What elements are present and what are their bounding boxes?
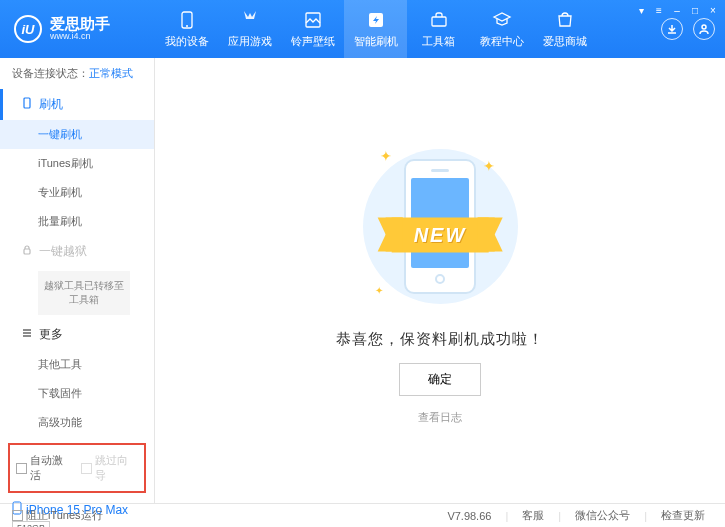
nav-toolbox[interactable]: 工具箱: [407, 0, 470, 58]
view-log-link[interactable]: 查看日志: [418, 410, 462, 425]
tutorial-icon: [491, 9, 513, 31]
store-icon: [554, 9, 576, 31]
sidebar-item-pro-flash[interactable]: 专业刷机: [0, 178, 154, 207]
sidebar-section-more[interactable]: 更多: [0, 319, 154, 350]
settings-icon[interactable]: ≡: [653, 4, 665, 16]
svg-rect-6: [24, 98, 30, 108]
minimize-icon[interactable]: –: [671, 4, 683, 16]
lock-icon: [21, 244, 33, 259]
toolbox-icon: [428, 9, 450, 31]
connection-status: 设备连接状态：正常模式: [0, 58, 154, 89]
status-link-update[interactable]: 检查更新: [653, 508, 713, 523]
new-badge: NEW: [392, 218, 489, 253]
nav-apps-games[interactable]: 应用游戏: [218, 0, 281, 58]
sidebar-item-oneclick-flash[interactable]: 一键刷机: [0, 120, 154, 149]
svg-point-5: [702, 25, 706, 29]
success-illustration: ✦ ✦ ✦ NEW: [350, 136, 530, 316]
sidebar-item-other-tools[interactable]: 其他工具: [0, 350, 154, 379]
nav-tutorials[interactable]: 教程中心: [470, 0, 533, 58]
app-name: 爱思助手: [50, 16, 110, 33]
checkbox-auto-activate[interactable]: 自动激活: [16, 453, 73, 483]
svg-rect-4: [432, 17, 446, 26]
nav-ringtone-wallpaper[interactable]: 铃声壁纸: [281, 0, 344, 58]
sidebar-item-advanced[interactable]: 高级功能: [0, 408, 154, 437]
wallpaper-icon: [302, 9, 324, 31]
menu-icon[interactable]: ▾: [635, 4, 647, 16]
user-button[interactable]: [693, 18, 715, 40]
nav-smart-flash[interactable]: 智能刷机: [344, 0, 407, 58]
apps-icon: [239, 9, 261, 31]
more-icon: [21, 327, 33, 342]
flash-icon: [365, 9, 387, 31]
status-link-wechat[interactable]: 微信公众号: [567, 508, 638, 523]
sidebar-item-batch-flash[interactable]: 批量刷机: [0, 207, 154, 236]
flash-section-icon: [21, 97, 33, 112]
svg-rect-7: [24, 249, 30, 254]
app-logo: iU 爱思助手 www.i4.cn: [0, 15, 155, 43]
sidebar-item-download-firmware[interactable]: 下载固件: [0, 379, 154, 408]
download-button[interactable]: [661, 18, 683, 40]
maximize-icon[interactable]: □: [689, 4, 701, 16]
phone-icon: [176, 9, 198, 31]
nav-store[interactable]: 爱思商城: [533, 0, 596, 58]
app-url: www.i4.cn: [50, 32, 110, 42]
logo-icon: iU: [14, 15, 42, 43]
jailbreak-moved-note: 越狱工具已转移至工具箱: [38, 271, 130, 315]
checkbox-block-itunes[interactable]: 阻止iTunes运行: [12, 508, 103, 523]
flash-options-row: 自动激活 跳过向导: [8, 443, 146, 493]
checkbox-skip-guide: 跳过向导: [81, 453, 138, 483]
sidebar-section-jailbreak: 一键越狱: [0, 236, 154, 267]
status-link-support[interactable]: 客服: [514, 508, 552, 523]
ok-button[interactable]: 确定: [399, 363, 481, 396]
close-icon[interactable]: ×: [707, 4, 719, 16]
success-message: 恭喜您，保资料刷机成功啦！: [336, 330, 544, 349]
sidebar-item-itunes-flash[interactable]: iTunes刷机: [0, 149, 154, 178]
version-label: V7.98.66: [439, 510, 499, 522]
nav-my-device[interactable]: 我的设备: [155, 0, 218, 58]
sidebar-section-flash[interactable]: 刷机: [0, 89, 154, 120]
